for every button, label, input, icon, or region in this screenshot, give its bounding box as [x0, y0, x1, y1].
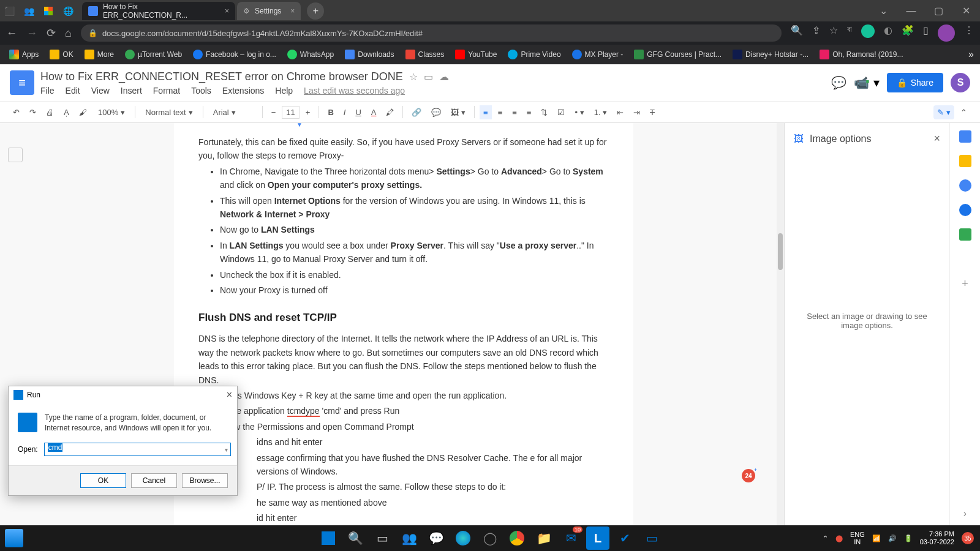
share-button[interactable]: 🔒 Share: [887, 73, 943, 92]
editing-mode-button[interactable]: ✎ ▾: [933, 105, 954, 119]
outline-icon[interactable]: [8, 148, 23, 162]
bookmark-item[interactable]: YouTube: [452, 50, 500, 59]
move-icon[interactable]: ▭: [424, 71, 433, 83]
bookmark-item[interactable]: Classes: [402, 50, 448, 59]
comment-icon[interactable]: 💬: [831, 75, 846, 90]
indent-increase-button[interactable]: ⇥: [630, 105, 644, 119]
menu-help[interactable]: Help: [275, 86, 293, 96]
bold-button[interactable]: B: [324, 105, 337, 119]
close-icon[interactable]: ×: [227, 389, 232, 400]
ok-button[interactable]: OK: [80, 473, 126, 488]
increase-font-button[interactable]: +: [302, 105, 314, 119]
indent-decrease-button[interactable]: ⇤: [613, 105, 627, 119]
menu-file[interactable]: File: [40, 86, 55, 96]
bookmark-item[interactable]: OK: [47, 50, 76, 59]
search-button[interactable]: 🔍: [344, 527, 367, 550]
run-titlebar[interactable]: Run ×: [9, 386, 237, 403]
taskbar-app-icon[interactable]: [5, 529, 23, 547]
minimize-button[interactable]: —: [897, 0, 925, 21]
address-bar[interactable]: 🔒 docs.google.com/document/d/15deqfgwsl-…: [81, 24, 782, 42]
notification-count[interactable]: 35: [962, 532, 974, 544]
style-select[interactable]: Normal text ▾: [140, 105, 197, 119]
browse-button[interactable]: Browse...: [182, 473, 228, 488]
menu-extensions[interactable]: Extensions: [222, 86, 264, 96]
translate-icon[interactable]: বা: [847, 24, 852, 42]
mail-app[interactable]: ✉10: [559, 527, 582, 550]
tray-icon[interactable]: ⬤: [835, 534, 843, 542]
profile-button[interactable]: S: [951, 73, 970, 92]
run-app[interactable]: ▭: [640, 527, 663, 550]
tab-docs[interactable]: How to Fix ERR_CONNECTION_R... ×: [82, 2, 235, 20]
tasks-icon[interactable]: [959, 179, 971, 192]
home-button[interactable]: ⌂: [65, 27, 72, 40]
maps-icon[interactable]: [959, 228, 971, 241]
spellcheck-button[interactable]: Ạ: [60, 105, 73, 119]
start-button[interactable]: [317, 527, 340, 550]
dropdown-icon[interactable]: ▾: [225, 446, 228, 453]
zoom-select[interactable]: 100% ▾: [93, 105, 130, 119]
todo-app[interactable]: ✔: [613, 527, 636, 550]
meet-icon[interactable]: 📹▪▾: [854, 75, 879, 90]
align-right-button[interactable]: ≡: [508, 105, 521, 119]
volume-icon[interactable]: 🔊: [888, 534, 897, 542]
ms-icon[interactable]: [39, 2, 58, 20]
redo-button[interactable]: ↷: [26, 105, 40, 119]
app-l[interactable]: L: [586, 527, 609, 550]
dropdown-icon[interactable]: ⌄: [870, 0, 897, 21]
menu-tools[interactable]: Tools: [191, 86, 211, 96]
opera-app[interactable]: ◯: [478, 527, 502, 550]
back-button[interactable]: ←: [6, 27, 17, 40]
print-button[interactable]: 🖨: [42, 105, 58, 119]
extensions-icon[interactable]: 🧩: [902, 24, 914, 42]
close-icon[interactable]: ×: [290, 7, 295, 15]
bookmark-item[interactable]: MX Player -: [569, 50, 627, 59]
align-justify-button[interactable]: ≡: [523, 105, 535, 119]
bookmark-item[interactable]: µTorrent Web: [122, 50, 185, 59]
menu-view[interactable]: View: [91, 86, 110, 96]
maximize-button[interactable]: ▢: [925, 0, 952, 21]
last-edit-link[interactable]: Last edit was seconds ago: [304, 86, 405, 96]
taskview-button[interactable]: ▭: [371, 527, 394, 550]
star-icon[interactable]: ☆: [409, 71, 418, 83]
font-select[interactable]: Arial ▾: [208, 105, 257, 119]
tab-settings[interactable]: ⚙ Settings ×: [237, 2, 301, 20]
bookmark-item[interactable]: GFG Courses | Pract...: [631, 50, 725, 59]
menu-insert[interactable]: Insert: [121, 86, 142, 96]
checklist-button[interactable]: ☑: [554, 105, 568, 119]
decrease-font-button[interactable]: −: [268, 105, 280, 119]
italic-button[interactable]: I: [340, 105, 350, 119]
explorer-app[interactable]: 📁: [532, 527, 556, 550]
image-button[interactable]: 🖼 ▾: [447, 105, 469, 119]
tray-chevron-icon[interactable]: ⌃: [823, 534, 828, 542]
cancel-button[interactable]: Cancel: [131, 473, 177, 488]
bookmark-item[interactable]: Oh, Ramona! (2019...: [816, 50, 906, 59]
keep-icon[interactable]: [959, 155, 971, 167]
comment-button[interactable]: 💬: [428, 105, 445, 119]
bookmark-item[interactable]: Prime Video: [505, 50, 564, 59]
collapse-toolbar-button[interactable]: ⌃: [957, 105, 971, 119]
align-center-button[interactable]: ≡: [494, 105, 507, 119]
share-icon[interactable]: ⇪: [812, 24, 820, 42]
align-left-button[interactable]: ≡: [480, 105, 492, 119]
underline-button[interactable]: U: [352, 105, 364, 119]
menu-format[interactable]: Format: [153, 86, 180, 96]
teams-icon[interactable]: 👥: [20, 2, 38, 20]
lang-indicator[interactable]: IN: [850, 538, 865, 545]
globe-icon[interactable]: 🌐: [59, 2, 77, 20]
bookmark-item[interactable]: Facebook – log in o...: [190, 50, 279, 59]
bookmark-icon[interactable]: ☆: [829, 24, 838, 42]
battery-icon[interactable]: 🔋: [904, 534, 913, 542]
paint-format-button[interactable]: 🖌: [75, 105, 91, 119]
whatsapp-app[interactable]: 💬: [424, 527, 448, 550]
new-tab-button[interactable]: +: [307, 2, 324, 20]
bookmark-overflow[interactable]: »: [968, 49, 974, 60]
open-input[interactable]: cmd: [44, 443, 231, 456]
close-button[interactable]: ✕: [952, 0, 980, 21]
contacts-icon[interactable]: [959, 204, 971, 216]
cloud-icon[interactable]: ☁: [439, 71, 449, 83]
forward-button[interactable]: →: [26, 27, 37, 40]
clear-format-button[interactable]: T: [646, 105, 658, 119]
close-icon[interactable]: ×: [225, 7, 229, 15]
chrome-app[interactable]: [505, 527, 529, 550]
docs-logo[interactable]: ≡: [10, 70, 34, 95]
